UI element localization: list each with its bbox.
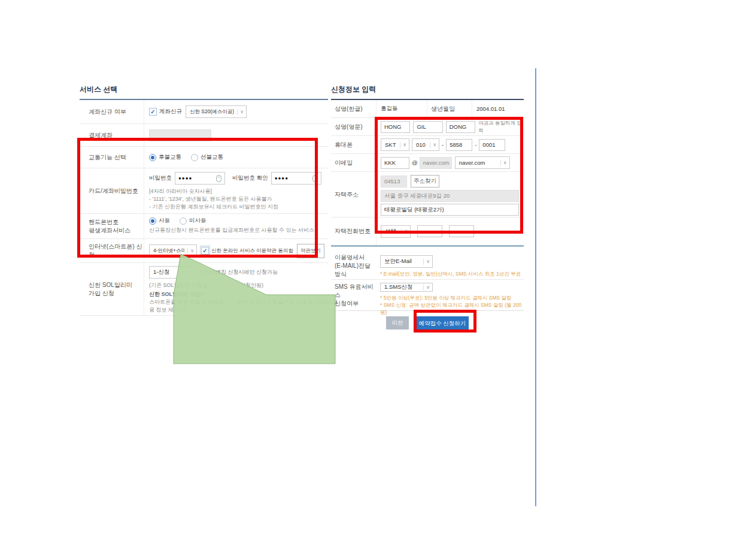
- account-new-label: 계좌신규 여부: [80, 100, 144, 123]
- chevron-down-icon: ∨: [423, 259, 430, 265]
- sol-label-2: 가입 신청: [89, 289, 144, 298]
- sms-note-1: * 5만원 이상(무료): 5만원 이상 체크카드 결제시 SMS 알림: [380, 294, 524, 301]
- row-account-new: 계좌신규 여부 ✓ 계좌신규 신한 S20(에스이공) 통장 ∨: [80, 100, 328, 124]
- statement-label-2: (E-MAIL)전달방식: [335, 262, 376, 279]
- address-label: 자택주소: [331, 172, 376, 217]
- highlight-box-personal-info: [375, 117, 523, 234]
- chevron-down-icon: ∨: [423, 285, 430, 291]
- email-label: 이메일: [331, 154, 376, 171]
- highlight-box-submit-button: [414, 310, 476, 333]
- sms-label-1: SMS 유료서비스: [335, 283, 376, 300]
- sms-select[interactable]: 1.SMS신청 ∨: [380, 283, 433, 292]
- row-sms: SMS 유료서비스 신청여부 1.SMS신청 ∨ * 5만원 이상(무료): 5…: [331, 280, 524, 311]
- delivery-table: 이용명세서 (E-MAIL)전달방식 보안E-Mail ∨ * E-mail(보…: [331, 253, 524, 311]
- info-panel-title: 신청정보 입력: [331, 84, 524, 99]
- home-phone-label: 자택전화번호: [331, 217, 376, 245]
- name-en-label: 성명(영문): [331, 118, 376, 135]
- name-kr-value: 홍길동: [376, 100, 427, 117]
- green-callout-pointer: [172, 252, 337, 366]
- statement-note: * E-mail(보안, 영문, 일반)선택시, SMS 서비스 최초 1년간 …: [380, 270, 524, 277]
- prev-button[interactable]: 이전: [386, 316, 409, 330]
- chevron-down-icon: ∨: [237, 109, 244, 115]
- account-product-select[interactable]: 신한 S20(에스이공) 통장 ∨: [186, 105, 247, 118]
- account-new-checkbox[interactable]: ✓: [149, 108, 157, 116]
- birth-label: 생년월일: [427, 100, 472, 117]
- statement-select[interactable]: 보안E-Mail ∨: [380, 255, 433, 268]
- service-panel-title: 서비스 선택: [80, 84, 328, 99]
- row-statement: 이용명세서 (E-MAIL)전달방식 보안E-Mail ∨ * E-mail(보…: [331, 253, 524, 280]
- sol-label-1: 신한 SOL알리미: [89, 281, 144, 289]
- name-kr-label: 성명(한글): [331, 100, 376, 117]
- account-new-checkbox-label: 계좌신규: [159, 108, 182, 116]
- statement-label-1: 이용명세서: [335, 253, 376, 262]
- sms-label-2: 신청여부: [335, 300, 376, 308]
- birth-value: 2004.01.01: [472, 100, 524, 117]
- row-name-kr: 성명(한글) 홍길동 생년월일 2004.01.01: [331, 100, 524, 118]
- mobile-label: 휴대폰: [331, 136, 376, 153]
- page-divider-line: [535, 68, 536, 506]
- highlight-box-service-options: [77, 138, 318, 258]
- page: 서비스 선택 계좌신규 여부 ✓ 계좌신규 신한 S20(에스이공) 통장 ∨: [0, 0, 756, 535]
